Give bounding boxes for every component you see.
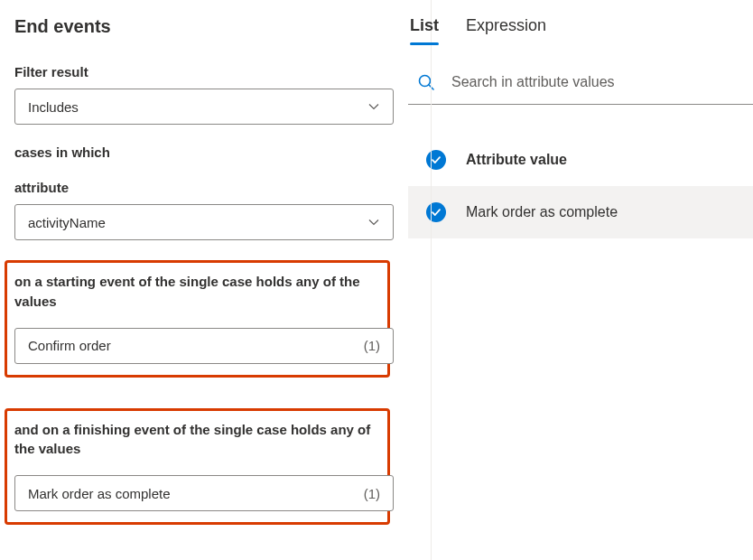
check-icon[interactable] (426, 202, 446, 222)
attribute-value: activityName (28, 215, 106, 230)
panel-divider (431, 0, 432, 560)
tab-expression[interactable]: Expression (466, 16, 546, 44)
finishing-event-highlight: and on a finishing event of the single c… (5, 408, 390, 526)
starting-event-value: Confirm order (28, 338, 111, 353)
chevron-down-icon (367, 216, 380, 229)
filter-result-label: Filter result (14, 64, 390, 79)
filter-result-field: Filter result Includes (14, 64, 390, 125)
finishing-event-count: (1) (364, 486, 380, 501)
starting-event-highlight: on a starting event of the single case h… (5, 260, 390, 378)
finishing-event-value: Mark order as complete (28, 486, 171, 501)
check-all-icon[interactable] (426, 150, 446, 170)
tabs: List Expression (408, 16, 753, 44)
attribute-value-row[interactable]: Mark order as complete (408, 186, 753, 238)
starting-event-label: on a starting event of the single case h… (14, 272, 380, 312)
chevron-down-icon (367, 100, 380, 113)
attribute-label: attribute (14, 180, 390, 195)
search-row (408, 53, 753, 105)
starting-event-select[interactable]: Confirm order (1) (14, 328, 394, 364)
finishing-event-label: and on a finishing event of the single c… (14, 420, 380, 460)
attribute-value-header-row[interactable]: Attribute value (408, 134, 753, 186)
attribute-value-label: Mark order as complete (466, 204, 618, 220)
attribute-select[interactable]: activityName (14, 204, 394, 240)
filter-result-select[interactable]: Includes (14, 89, 394, 125)
cases-in-which-text: cases in which (14, 145, 390, 160)
search-input[interactable] (451, 74, 749, 90)
attribute-field: attribute activityName (14, 180, 390, 240)
filter-result-value: Includes (28, 99, 79, 115)
tab-list[interactable]: List (410, 16, 439, 44)
finishing-event-select[interactable]: Mark order as complete (1) (14, 475, 394, 511)
starting-event-count: (1) (364, 338, 380, 353)
attribute-value-header-label: Attribute value (466, 152, 567, 168)
page-title: End events (14, 16, 390, 37)
search-icon (417, 73, 435, 91)
